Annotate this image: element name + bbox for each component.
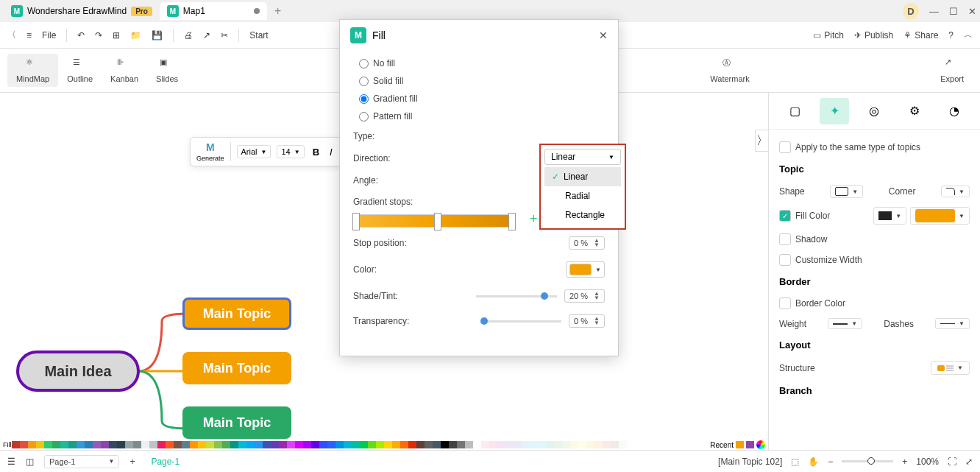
page-tab-1[interactable]: Page-1: [145, 457, 185, 467]
maximize-icon[interactable]: ☐: [949, 6, 958, 17]
outline-icon: ☰: [73, 57, 88, 72]
transp-slider[interactable]: [480, 320, 561, 323]
page-select[interactable]: Page-1▼: [44, 455, 119, 468]
shade-label: Shade/Tint:: [353, 291, 398, 301]
pan-mode-icon[interactable]: ✋: [808, 457, 819, 467]
rp-tab-settings[interactable]: ⚙: [900, 98, 929, 124]
font-select[interactable]: Arial▼: [237, 145, 271, 158]
node-topic-2[interactable]: Main Topic: [182, 352, 291, 384]
gradient-slider[interactable]: [353, 214, 515, 228]
color-picker[interactable]: ▼: [566, 261, 605, 278]
shape-label: Shape: [779, 186, 805, 197]
tab-app[interactable]: M Wondershare EdrawMind Pro: [4, 2, 160, 20]
dd-radial[interactable]: Radial: [544, 186, 621, 205]
zoom-level[interactable]: 100%: [916, 457, 939, 467]
menu-icon[interactable]: ≡: [26, 30, 32, 40]
viewtab-outline[interactable]: ☰ Outline: [58, 54, 102, 87]
radio-nofill[interactable]: No fill: [353, 54, 605, 72]
rp-tab-location[interactable]: ◎: [859, 98, 889, 124]
zoom-out-button[interactable]: −: [828, 457, 833, 467]
share-button[interactable]: ⚘ Share: [903, 30, 938, 40]
dialog-close-button[interactable]: ✕: [599, 29, 608, 41]
generate-button[interactable]: М Generate: [196, 141, 224, 162]
pitch-button[interactable]: ▭ Pitch: [813, 30, 844, 40]
apply-same-check[interactable]: Apply to the same type of topics: [779, 141, 920, 153]
zoom-in-button[interactable]: +: [902, 457, 907, 467]
section-topic: Topic: [779, 163, 970, 175]
node-topic-3[interactable]: Main Topic: [182, 406, 291, 439]
node-t2-label: Main Topic: [203, 361, 271, 376]
outline-label: Outline: [67, 74, 93, 83]
bold-button[interactable]: B: [310, 145, 322, 159]
redo-icon[interactable]: ↷: [95, 30, 102, 40]
save-icon[interactable]: 💾: [152, 30, 163, 40]
bordercolor-check[interactable]: Border Color: [779, 297, 845, 309]
select-mode-icon[interactable]: ⬚: [791, 457, 799, 467]
fillcolor-check[interactable]: ✓Fill Color: [779, 210, 830, 222]
crop-icon[interactable]: ✂: [221, 30, 228, 40]
italic-button[interactable]: I: [327, 145, 335, 159]
radio-pattern[interactable]: Pattern fill: [353, 108, 605, 125]
viewtab-export[interactable]: ↗ Export: [931, 54, 973, 87]
color-swatches[interactable]: [12, 441, 711, 448]
structure-select[interactable]: ▼: [931, 361, 970, 375]
fillcolor-dark[interactable]: ▼: [873, 207, 906, 225]
fullscreen-icon[interactable]: ⤢: [965, 457, 973, 467]
transp-label: Transparency:: [353, 316, 409, 326]
export-icon[interactable]: ↗: [203, 30, 210, 40]
shape-select[interactable]: ▼: [830, 185, 863, 198]
outline-toggle-icon[interactable]: ☰: [7, 457, 15, 467]
transp-input[interactable]: 0 %▲▼: [569, 314, 605, 328]
add-page-button[interactable]: +: [129, 457, 135, 467]
radio-solid[interactable]: Solid fill: [353, 72, 605, 90]
rp-tab-history[interactable]: ◔: [940, 98, 969, 124]
chevron-up-icon[interactable]: ︿: [964, 29, 973, 41]
corner-select[interactable]: ▼: [941, 186, 970, 197]
sidebar-toggle-icon[interactable]: ◫: [26, 457, 34, 467]
size-select[interactable]: 14▼: [277, 145, 304, 158]
new-doc-icon[interactable]: ⊞: [113, 30, 120, 40]
shade-input[interactable]: 20 %▲▼: [564, 289, 605, 303]
user-avatar[interactable]: D: [903, 3, 919, 19]
stoppos-label: Stop position:: [353, 238, 407, 248]
viewtab-kanban[interactable]: ⊪ Kanban: [102, 54, 147, 87]
viewtab-slides[interactable]: ▣ Slides: [147, 54, 187, 87]
minimize-icon[interactable]: —: [929, 6, 939, 17]
shade-slider[interactable]: [476, 295, 557, 297]
dd-rectangle[interactable]: Rectangle: [544, 205, 621, 225]
fit-screen-icon[interactable]: ⛶: [948, 457, 956, 467]
recent-sw-2[interactable]: [746, 441, 754, 448]
new-tab-button[interactable]: +: [274, 4, 281, 18]
recent-sw-1[interactable]: [736, 441, 744, 448]
start-menu[interactable]: Start: [249, 30, 268, 40]
viewtab-mindmap[interactable]: ⚛ MindMap: [7, 54, 58, 87]
node-main-idea[interactable]: Main Idea: [16, 351, 140, 392]
publish-button[interactable]: ✈ Publish: [854, 30, 893, 40]
close-icon[interactable]: ✕: [968, 6, 976, 17]
print-icon[interactable]: 🖨: [184, 30, 193, 40]
zoom-slider[interactable]: [842, 460, 893, 462]
node-topic-1[interactable]: Main Topic: [182, 297, 291, 330]
back-button[interactable]: 〈: [7, 29, 16, 41]
help-icon[interactable]: ?: [948, 30, 954, 40]
viewtab-watermark[interactable]: Ⓐ Watermark: [701, 54, 758, 87]
rp-tab-format[interactable]: ✦: [820, 98, 849, 124]
dd-linear[interactable]: ✓Linear: [544, 167, 621, 186]
fillcolor-main[interactable]: ▼: [910, 207, 970, 225]
stoppos-input[interactable]: 0 %▲▼: [569, 236, 605, 250]
undo-icon[interactable]: ↶: [77, 30, 85, 40]
shadow-check[interactable]: Shadow: [779, 233, 827, 245]
open-icon[interactable]: 📁: [130, 30, 141, 40]
rp-tab-style[interactable]: ▢: [780, 98, 809, 124]
weight-select[interactable]: ▼: [828, 318, 862, 329]
custwidth-check[interactable]: Customize Width: [779, 254, 862, 266]
add-stop-button[interactable]: +: [530, 211, 538, 227]
dialog-icon: M: [350, 27, 366, 43]
panel-collapse-button[interactable]: 〉: [755, 130, 768, 152]
dashes-select[interactable]: ▼: [935, 318, 970, 329]
tab-map1[interactable]: M Map1: [160, 2, 267, 20]
colorwheel-icon[interactable]: [756, 440, 765, 449]
type-select[interactable]: Linear▼: [544, 149, 621, 165]
radio-gradient[interactable]: Gradient fill: [353, 90, 605, 108]
file-menu[interactable]: File: [42, 30, 56, 40]
